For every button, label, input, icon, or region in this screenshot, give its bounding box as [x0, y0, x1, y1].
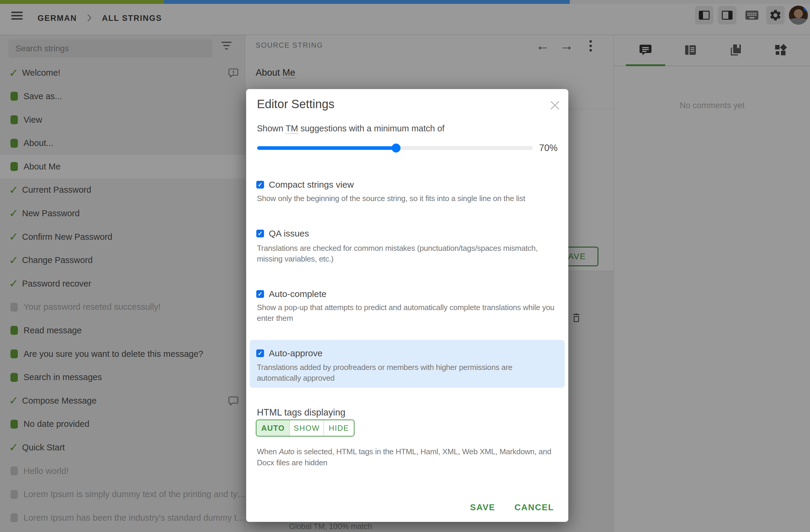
html-tags-segmented-control: AUTOSHOWHIDE [256, 419, 355, 437]
option-description: Show only the beginning of the source st… [257, 193, 525, 204]
option-label: Auto-complete [269, 289, 326, 299]
option-row[interactable]: ✓Compact strings view [256, 179, 354, 190]
html-desc-prefix: When [257, 447, 279, 456]
option-description: Translations added by proofreaders or me… [257, 362, 512, 383]
option-row[interactable]: ✓Auto-complete [256, 289, 326, 299]
tm-threshold-label: Shown TM suggestions with a minimum matc… [257, 123, 444, 133]
tm-label-prefix: Shown [257, 123, 286, 133]
html-tags-description: When Auto is selected, HTML tags in the … [257, 446, 551, 468]
tm-term: TM [286, 123, 298, 134]
slider-value: 70% [539, 143, 557, 153]
checkbox-checked[interactable]: ✓ [256, 290, 264, 298]
editor-settings-modal: Editor Settings Shown TM suggestions wit… [246, 89, 568, 522]
option-label: Compact strings view [269, 180, 354, 190]
html-tags-option-hide[interactable]: HIDE [323, 420, 354, 436]
tm-match-slider[interactable] [257, 146, 533, 150]
modal-cancel-button[interactable]: CANCEL [507, 500, 562, 515]
modal-title: Editor Settings [257, 97, 334, 111]
close-icon[interactable] [549, 100, 561, 111]
checkbox-checked[interactable]: ✓ [256, 349, 264, 357]
option-description: Translations are checked for common mist… [257, 243, 538, 264]
html-desc-suffix: is selected, HTML tags in the HTML, Haml… [257, 447, 551, 467]
html-tags-option-show[interactable]: SHOW [289, 420, 323, 436]
option-label: QA issues [269, 229, 309, 238]
slider-knob[interactable] [392, 144, 401, 152]
html-tags-label: HTML tags displaying [257, 407, 345, 418]
checkbox-checked[interactable]: ✓ [256, 230, 264, 237]
modal-actions: SAVE CANCEL [462, 500, 562, 515]
modal-save-button[interactable]: SAVE [462, 500, 503, 515]
option-row[interactable]: ✓Auto-approve [256, 348, 322, 359]
html-desc-auto-italic: Auto [279, 447, 294, 456]
tm-label-suffix: suggestions with a minimum match of [298, 123, 444, 133]
html-tags-option-auto[interactable]: AUTO [257, 420, 289, 436]
slider-fill [257, 146, 396, 150]
checkbox-checked[interactable]: ✓ [256, 181, 264, 188]
option-row[interactable]: ✓QA issues [256, 228, 309, 239]
option-description: Show a pop-up that attempts to predict a… [257, 302, 554, 323]
option-label: Auto-approve [269, 348, 322, 358]
